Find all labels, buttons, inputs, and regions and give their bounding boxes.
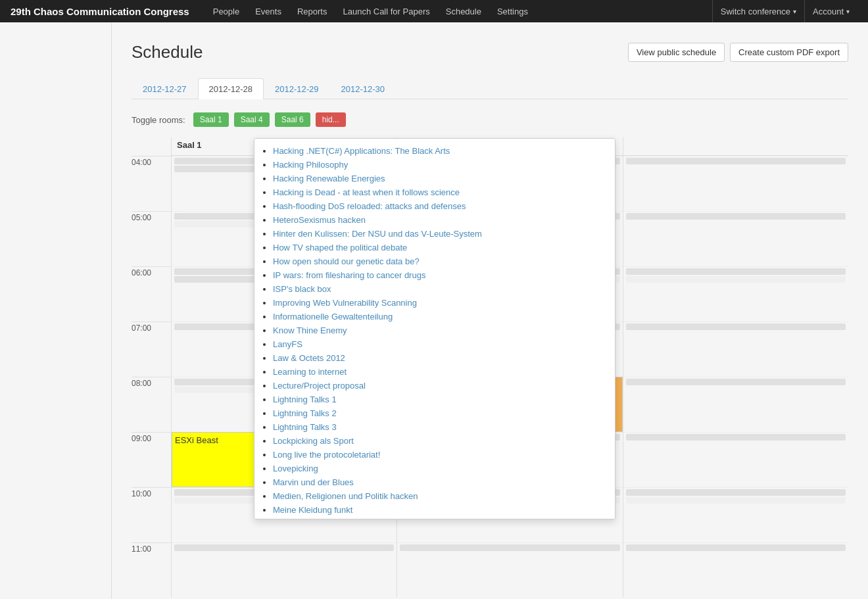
event-link[interactable]: ISP's black box xyxy=(273,284,331,294)
view-public-schedule-button[interactable]: View public schedule xyxy=(628,43,725,62)
bar xyxy=(626,497,846,504)
event-link[interactable]: Lightning Talks 2 xyxy=(273,408,337,418)
bar xyxy=(626,158,846,164)
list-item[interactable]: How open should our genetic data be? xyxy=(273,254,610,268)
list-item[interactable]: How TV shaped the political debate xyxy=(273,241,610,254)
nav-schedule[interactable]: Schedule xyxy=(438,0,489,22)
list-item[interactable]: Hacking .NET(C#) Applications: The Black… xyxy=(273,144,610,158)
bar xyxy=(626,323,846,330)
list-item[interactable]: Hash-flooding DoS reloaded: attacks and … xyxy=(273,199,610,213)
list-item[interactable]: Lovepicking xyxy=(273,462,610,475)
date-tabs: 2012-12-27 2012-12-28 2012-12-29 2012-12… xyxy=(132,78,848,99)
room-btn-saal4[interactable]: Saal 4 xyxy=(234,112,270,127)
event-link[interactable]: Know Thine Enemy xyxy=(273,325,347,335)
event-link[interactable]: Lovepicking xyxy=(273,464,318,473)
nav-reports[interactable]: Reports xyxy=(289,0,335,22)
event-list: Hacking .NET(C#) Applications: The Black… xyxy=(254,139,615,519)
time-0500: 05:00 xyxy=(132,211,171,266)
page-header: Schedule View public schedule Create cus… xyxy=(132,42,848,62)
list-item[interactable]: Hacking is Dead - at least when it follo… xyxy=(273,185,610,199)
event-link[interactable]: Medien, Religionen und Politik hacken xyxy=(273,491,418,501)
event-dropdown[interactable]: Hacking .NET(C#) Applications: The Black… xyxy=(254,138,615,519)
list-item[interactable]: Law & Octets 2012 xyxy=(273,351,610,365)
room-col3-slots xyxy=(623,156,848,598)
bar xyxy=(626,276,846,283)
event-link[interactable]: Lightning Talks 3 xyxy=(273,422,337,432)
room-btn-saal1[interactable]: Saal 1 xyxy=(193,112,229,127)
nav-people[interactable]: People xyxy=(205,0,247,22)
block-saal1-1100 xyxy=(172,542,397,598)
time-0400: 04:00 xyxy=(132,156,171,211)
event-link[interactable]: How TV shaped the political debate xyxy=(273,243,407,252)
event-link[interactable]: Lecture/Project proposal xyxy=(273,381,366,391)
event-link[interactable]: Hacking is Dead - at least when it follo… xyxy=(273,187,460,197)
event-link[interactable]: How open should our genetic data be? xyxy=(273,256,420,266)
event-link[interactable]: Informationelle Gewaltenteilung xyxy=(273,312,393,322)
room-btn-saal6[interactable]: Saal 6 xyxy=(275,112,310,127)
event-link[interactable]: Law & Octets 2012 xyxy=(273,353,345,363)
switch-conference-button[interactable]: Switch conference ▾ xyxy=(712,0,804,22)
list-item[interactable]: Medien, Religionen und Politik hacken xyxy=(273,489,610,503)
block-col3-0600 xyxy=(623,266,848,322)
event-link[interactable]: HeteroSexismus hacken xyxy=(273,215,366,225)
nav-settings[interactable]: Settings xyxy=(489,0,536,22)
list-item[interactable]: Hacking Renewable Energies xyxy=(273,172,610,185)
account-caret: ▾ xyxy=(846,8,850,15)
block-col3-1100 xyxy=(623,542,848,598)
list-item[interactable]: Hinter den Kulissen: Der NSU und das V-L… xyxy=(273,227,610,241)
event-link[interactable]: Hash-flooding DoS reloaded: attacks and … xyxy=(273,201,466,211)
event-link[interactable]: Meldegesetz xyxy=(273,519,322,519)
event-link[interactable]: Marvin und der Blues xyxy=(273,477,354,487)
list-item[interactable]: Learning to internet xyxy=(273,365,610,379)
event-link[interactable]: Lightning Talks 1 xyxy=(273,395,337,404)
time-0900: 09:00 xyxy=(132,432,171,487)
tab-dec27[interactable]: 2012-12-27 xyxy=(132,78,198,99)
list-item[interactable]: Informationelle Gewaltenteilung xyxy=(273,310,610,323)
list-item[interactable]: ISP's black box xyxy=(273,282,610,296)
list-item[interactable]: Lockpicking als Sport xyxy=(273,434,610,448)
event-link[interactable]: Improving Web Vulnerability Scanning xyxy=(273,298,417,308)
tab-dec29[interactable]: 2012-12-29 xyxy=(264,78,330,99)
list-item[interactable]: Meine Kleidung funkt xyxy=(273,503,610,517)
list-item[interactable]: IP wars: from filesharing to cancer drug… xyxy=(273,268,610,282)
list-item[interactable]: LanyFS xyxy=(273,337,610,351)
event-link[interactable]: Hacking Renewable Energies xyxy=(273,174,385,183)
nav-launch-cfp[interactable]: Launch Call for Papers xyxy=(335,0,437,22)
event-link[interactable]: LanyFS xyxy=(273,339,302,349)
list-item[interactable]: Lecture/Project proposal xyxy=(273,379,610,393)
tab-dec28[interactable]: 2012-12-28 xyxy=(198,78,264,99)
bar xyxy=(400,544,619,551)
create-pdf-export-button[interactable]: Create custom PDF export xyxy=(730,43,848,62)
list-item[interactable]: HeteroSexismus hacken xyxy=(273,213,610,227)
header-buttons: View public schedule Create custom PDF e… xyxy=(628,43,848,62)
event-link[interactable]: IP wars: from filesharing to cancer drug… xyxy=(273,270,425,280)
time-1100: 11:00 xyxy=(132,542,171,598)
list-item[interactable]: Meldegesetz xyxy=(273,517,610,519)
event-esxi-label: ESXi Beast xyxy=(175,435,218,445)
list-item[interactable]: Know Thine Enemy xyxy=(273,323,610,337)
list-item[interactable]: Lightning Talks 3 xyxy=(273,420,610,434)
bar xyxy=(626,213,846,220)
list-item[interactable]: Hacking Philosophy xyxy=(273,158,610,172)
account-button[interactable]: Account ▾ xyxy=(804,0,857,22)
list-item[interactable]: Marvin und der Blues xyxy=(273,475,610,489)
time-1000: 10:00 xyxy=(132,487,171,542)
event-link[interactable]: Lockpicking als Sport xyxy=(273,436,354,446)
list-item[interactable]: Long live the protocoletariat! xyxy=(273,448,610,462)
block-col3-0500 xyxy=(623,211,848,266)
event-link[interactable]: Long live the protocoletariat! xyxy=(273,450,380,460)
event-link[interactable]: Meine Kleidung funkt xyxy=(273,505,352,515)
list-item[interactable]: Improving Web Vulnerability Scanning xyxy=(273,296,610,310)
event-link[interactable]: Learning to internet xyxy=(273,367,347,377)
event-link[interactable]: Hacking Philosophy xyxy=(273,160,348,170)
room-btn-hid[interactable]: hid... xyxy=(316,112,346,127)
navbar-right: Switch conference ▾ Account ▾ xyxy=(712,0,857,22)
list-item[interactable]: Lightning Talks 2 xyxy=(273,406,610,420)
event-link[interactable]: Hacking .NET(C#) Applications: The Black… xyxy=(273,146,450,156)
tab-dec30[interactable]: 2012-12-30 xyxy=(330,78,397,99)
time-column: 04:00 05:00 06:00 07:00 08:00 09:00 10:0… xyxy=(132,137,171,598)
room-col3 xyxy=(623,137,848,598)
event-link[interactable]: Hinter den Kulissen: Der NSU und das V-L… xyxy=(273,229,482,239)
nav-events[interactable]: Events xyxy=(247,0,289,22)
list-item[interactable]: Lightning Talks 1 xyxy=(273,393,610,406)
